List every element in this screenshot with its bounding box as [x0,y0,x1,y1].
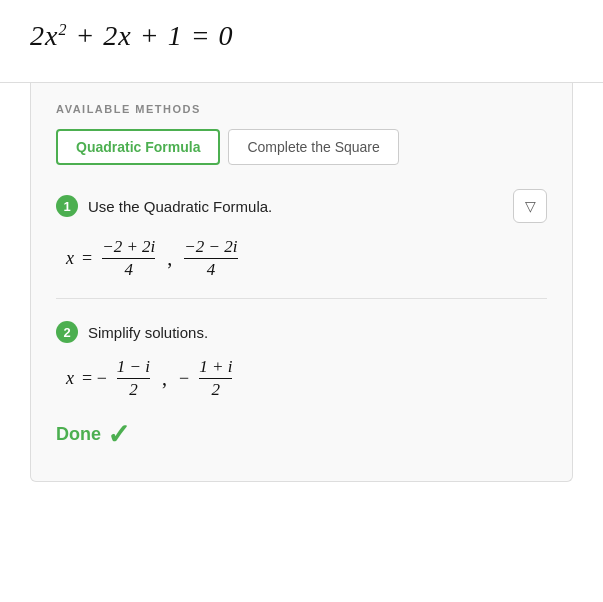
step-2-badge: 2 [56,321,78,343]
checkmark-icon: ✓ [107,418,130,451]
main-equation: 2x2 + 2x + 1 = 0 [30,20,573,52]
step2-frac1: 1 − i 2 [117,357,150,400]
step1-frac1: −2 + 2i 4 [102,237,155,280]
step-2-title-row: 2 Simplify solutions. [56,321,547,343]
step2-neg2: − [179,368,189,389]
step-1-label: Use the Quadratic Formula. [88,198,272,215]
step2-comma: , [162,367,167,390]
step2-eq: = − [82,368,107,389]
step1-x: x [66,248,74,269]
step2-frac1-den: 2 [129,379,138,400]
step-1-header: 1 Use the Quadratic Formula. ▽ [56,189,547,223]
step1-eq: = [82,248,92,269]
chevron-down-icon: ▽ [525,198,536,214]
done-label: Done [56,424,101,445]
step1-frac2: −2 − 2i 4 [184,237,237,280]
step-2-label: Simplify solutions. [88,324,208,341]
methods-card: AVAILABLE METHODS Quadratic Formula Comp… [30,83,573,482]
step-2-formula: x = − 1 − i 2 , − 1 + i 2 [66,357,547,400]
step2-frac2-num: 1 + i [199,357,232,379]
step1-comma: , [167,247,172,270]
methods-buttons: Quadratic Formula Complete the Square [56,129,547,165]
step2-frac2-den: 2 [212,379,221,400]
step-1-section: 1 Use the Quadratic Formula. ▽ x = −2 + … [56,189,547,280]
step-1-title-row: 1 Use the Quadratic Formula. [56,195,272,217]
step-divider [56,298,547,299]
quadratic-formula-button[interactable]: Quadratic Formula [56,129,220,165]
step-2-section: 2 Simplify solutions. x = − 1 − i 2 , − … [56,321,547,400]
step1-frac1-den: 4 [124,259,133,280]
complete-the-square-button[interactable]: Complete the Square [228,129,398,165]
step1-frac1-num: −2 + 2i [102,237,155,259]
step-1-collapse-button[interactable]: ▽ [513,189,547,223]
top-section: 2x2 + 2x + 1 = 0 [0,0,603,83]
step-1-formula: x = −2 + 2i 4 , −2 − 2i 4 [66,237,547,280]
done-row: Done ✓ [56,418,547,451]
step2-x: x [66,368,74,389]
step2-frac2: 1 + i 2 [199,357,232,400]
step1-frac2-den: 4 [207,259,216,280]
step1-frac2-num: −2 − 2i [184,237,237,259]
step2-frac1-num: 1 − i [117,357,150,379]
available-methods-label: AVAILABLE METHODS [56,103,547,115]
step-1-badge: 1 [56,195,78,217]
